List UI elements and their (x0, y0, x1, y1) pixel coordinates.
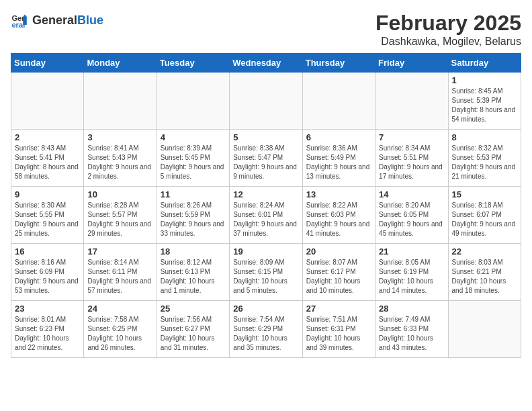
day-detail: Sunrise: 8:07 AM Sunset: 6:17 PM Dayligh… (306, 258, 371, 295)
day-number: 15 (452, 189, 517, 199)
day-detail: Sunrise: 7:51 AM Sunset: 6:31 PM Dayligh… (306, 315, 371, 353)
day-detail: Sunrise: 7:49 AM Sunset: 6:33 PM Dayligh… (379, 315, 444, 353)
day-cell: 25Sunrise: 7:56 AM Sunset: 6:27 PM Dayli… (157, 301, 229, 358)
day-cell: 18Sunrise: 8:12 AM Sunset: 6:13 PM Dayli… (157, 244, 229, 301)
day-cell: 27Sunrise: 7:51 AM Sunset: 6:31 PM Dayli… (302, 301, 375, 358)
day-detail: Sunrise: 8:12 AM Sunset: 6:13 PM Dayligh… (161, 258, 226, 295)
day-number: 5 (233, 132, 298, 142)
day-detail: Sunrise: 8:18 AM Sunset: 6:07 PM Dayligh… (452, 201, 517, 238)
day-detail: Sunrise: 8:32 AM Sunset: 5:53 PM Dayligh… (452, 144, 517, 181)
day-number: 28 (379, 304, 444, 314)
day-cell (157, 73, 229, 130)
weekday-header-wednesday: Wednesday (230, 54, 302, 73)
day-cell: 6Sunrise: 8:36 AM Sunset: 5:49 PM Daylig… (302, 130, 375, 187)
logo: Gen eral GeneralBlue (11, 11, 103, 30)
day-cell: 4Sunrise: 8:39 AM Sunset: 5:45 PM Daylig… (157, 130, 229, 187)
day-number: 6 (306, 132, 371, 142)
day-detail: Sunrise: 8:28 AM Sunset: 5:57 PM Dayligh… (87, 201, 152, 238)
day-number: 9 (15, 189, 80, 199)
day-cell: 8Sunrise: 8:32 AM Sunset: 5:53 PM Daylig… (448, 130, 521, 187)
day-detail: Sunrise: 8:24 AM Sunset: 6:01 PM Dayligh… (233, 201, 298, 238)
day-cell: 12Sunrise: 8:24 AM Sunset: 6:01 PM Dayli… (230, 187, 302, 244)
day-number: 11 (161, 189, 226, 199)
day-cell: 3Sunrise: 8:41 AM Sunset: 5:43 PM Daylig… (84, 130, 157, 187)
day-detail: Sunrise: 8:41 AM Sunset: 5:43 PM Dayligh… (87, 144, 152, 181)
day-cell: 17Sunrise: 8:14 AM Sunset: 6:11 PM Dayli… (84, 244, 157, 301)
weekday-header-saturday: Saturday (448, 54, 521, 73)
day-number: 25 (161, 304, 226, 314)
day-number: 21 (379, 246, 444, 257)
day-number: 3 (87, 132, 152, 142)
week-row-2: 9Sunrise: 8:30 AM Sunset: 5:55 PM Daylig… (11, 187, 521, 244)
weekday-header-friday: Friday (375, 54, 448, 73)
week-row-3: 16Sunrise: 8:16 AM Sunset: 6:09 PM Dayli… (11, 244, 521, 301)
day-detail: Sunrise: 8:45 AM Sunset: 5:39 PM Dayligh… (452, 87, 517, 124)
day-number: 19 (233, 246, 298, 257)
day-cell: 20Sunrise: 8:07 AM Sunset: 6:17 PM Dayli… (302, 244, 375, 301)
day-number: 10 (87, 189, 152, 199)
day-cell: 24Sunrise: 7:58 AM Sunset: 6:25 PM Dayli… (84, 301, 157, 358)
weekday-header-tuesday: Tuesday (157, 54, 229, 73)
day-number: 12 (233, 189, 298, 199)
day-number: 17 (87, 246, 152, 257)
day-cell (84, 73, 157, 130)
day-number: 23 (15, 304, 80, 314)
day-number: 14 (379, 189, 444, 199)
weekday-header-sunday: Sunday (11, 54, 84, 73)
day-cell: 15Sunrise: 8:18 AM Sunset: 6:07 PM Dayli… (448, 187, 521, 244)
calendar-subtitle: Dashkawka, Mogilev, Belarus (375, 36, 521, 48)
day-detail: Sunrise: 8:43 AM Sunset: 5:41 PM Dayligh… (15, 144, 80, 181)
logo-general: General (32, 13, 77, 27)
calendar-title: February 2025 (375, 11, 521, 36)
day-cell: 23Sunrise: 8:01 AM Sunset: 6:23 PM Dayli… (11, 301, 84, 358)
day-number: 8 (452, 132, 517, 142)
day-cell: 21Sunrise: 8:05 AM Sunset: 6:19 PM Dayli… (375, 244, 448, 301)
header: Gen eral GeneralBlue February 2025 Dashk… (11, 11, 521, 48)
day-detail: Sunrise: 8:38 AM Sunset: 5:47 PM Dayligh… (233, 144, 298, 181)
day-number: 16 (15, 246, 80, 257)
day-cell: 9Sunrise: 8:30 AM Sunset: 5:55 PM Daylig… (11, 187, 84, 244)
day-cell: 19Sunrise: 8:09 AM Sunset: 6:15 PM Dayli… (230, 244, 302, 301)
day-cell: 14Sunrise: 8:20 AM Sunset: 6:05 PM Dayli… (375, 187, 448, 244)
day-number: 26 (233, 304, 298, 314)
day-number: 27 (306, 304, 371, 314)
day-number: 1 (452, 75, 517, 85)
day-detail: Sunrise: 7:58 AM Sunset: 6:25 PM Dayligh… (87, 315, 152, 353)
day-number: 18 (161, 246, 226, 257)
day-detail: Sunrise: 7:56 AM Sunset: 6:27 PM Dayligh… (161, 315, 226, 353)
title-area: February 2025 Dashkawka, Mogilev, Belaru… (375, 11, 521, 48)
weekday-header-row: SundayMondayTuesdayWednesdayThursdayFrid… (11, 54, 521, 73)
day-number: 20 (306, 246, 371, 257)
day-number: 2 (15, 132, 80, 142)
day-number: 24 (87, 304, 152, 314)
day-cell: 22Sunrise: 8:03 AM Sunset: 6:21 PM Dayli… (448, 244, 521, 301)
day-detail: Sunrise: 8:05 AM Sunset: 6:19 PM Dayligh… (379, 258, 444, 295)
day-cell (230, 73, 302, 130)
week-row-0: 1Sunrise: 8:45 AM Sunset: 5:39 PM Daylig… (11, 73, 521, 130)
day-detail: Sunrise: 7:54 AM Sunset: 6:29 PM Dayligh… (233, 315, 298, 353)
weekday-header-monday: Monday (84, 54, 157, 73)
day-detail: Sunrise: 8:03 AM Sunset: 6:21 PM Dayligh… (452, 258, 517, 295)
day-detail: Sunrise: 8:16 AM Sunset: 6:09 PM Dayligh… (15, 258, 80, 295)
day-number: 22 (452, 246, 517, 257)
day-detail: Sunrise: 8:39 AM Sunset: 5:45 PM Dayligh… (161, 144, 226, 181)
day-detail: Sunrise: 8:36 AM Sunset: 5:49 PM Dayligh… (306, 144, 371, 181)
week-row-4: 23Sunrise: 8:01 AM Sunset: 6:23 PM Dayli… (11, 301, 521, 358)
day-cell: 13Sunrise: 8:22 AM Sunset: 6:03 PM Dayli… (302, 187, 375, 244)
day-detail: Sunrise: 8:30 AM Sunset: 5:55 PM Dayligh… (15, 201, 80, 238)
day-cell: 5Sunrise: 8:38 AM Sunset: 5:47 PM Daylig… (230, 130, 302, 187)
logo-text: GeneralBlue (32, 13, 103, 28)
day-cell (11, 73, 84, 130)
day-cell: 7Sunrise: 8:34 AM Sunset: 5:51 PM Daylig… (375, 130, 448, 187)
day-number: 4 (161, 132, 226, 142)
day-cell: 10Sunrise: 8:28 AM Sunset: 5:57 PM Dayli… (84, 187, 157, 244)
day-cell (448, 301, 521, 358)
logo-blue: Blue (77, 13, 103, 27)
day-detail: Sunrise: 8:34 AM Sunset: 5:51 PM Dayligh… (379, 144, 444, 181)
logo-icon: Gen eral (11, 11, 30, 30)
day-cell: 28Sunrise: 7:49 AM Sunset: 6:33 PM Dayli… (375, 301, 448, 358)
day-detail: Sunrise: 8:20 AM Sunset: 6:05 PM Dayligh… (379, 201, 444, 238)
week-row-1: 2Sunrise: 8:43 AM Sunset: 5:41 PM Daylig… (11, 130, 521, 187)
day-cell: 1Sunrise: 8:45 AM Sunset: 5:39 PM Daylig… (448, 73, 521, 130)
day-number: 13 (306, 189, 371, 199)
